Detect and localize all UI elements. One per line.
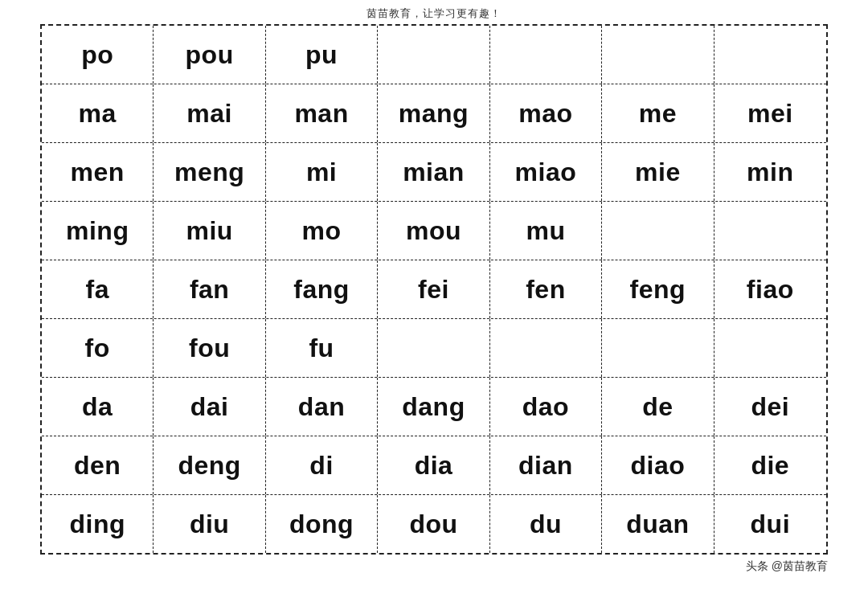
pinyin-syllable: mang xyxy=(399,99,469,129)
grid-cell: mie xyxy=(602,143,714,201)
pinyin-syllable: po xyxy=(81,40,113,70)
pinyin-syllable: mo xyxy=(302,216,342,246)
pinyin-syllable: mai xyxy=(186,99,232,129)
pinyin-syllable: ding xyxy=(69,510,125,539)
pinyin-syllable: mi xyxy=(306,158,337,187)
pinyin-syllable: duan xyxy=(626,510,689,539)
grid-cell xyxy=(602,319,714,377)
grid-cell: dong xyxy=(266,495,378,553)
pinyin-syllable: deng xyxy=(178,451,240,481)
grid-cell: dian xyxy=(490,436,602,494)
grid-cell: dui xyxy=(714,495,826,553)
pinyin-syllable: dian xyxy=(518,451,573,481)
grid-cell: di xyxy=(266,436,378,494)
grid-cell: fei xyxy=(378,260,489,318)
pinyin-syllable: du xyxy=(530,510,562,539)
pinyin-syllable: di xyxy=(309,451,333,481)
grid-cell: min xyxy=(714,143,826,201)
pinyin-syllable: man xyxy=(294,99,348,129)
grid-cell: feng xyxy=(602,260,714,318)
grid-cell: fang xyxy=(266,260,378,318)
grid-cell: deng xyxy=(154,436,265,494)
grid-cell: meng xyxy=(154,143,265,201)
table-row: menmengmimianmiaomiemin xyxy=(42,143,826,202)
pinyin-syllable: de xyxy=(642,392,673,422)
grid-cell: da xyxy=(42,378,154,436)
pinyin-syllable: dan xyxy=(298,392,345,422)
pinyin-syllable: dei xyxy=(751,392,789,422)
pinyin-syllable: meng xyxy=(174,158,244,187)
pinyin-table: popoupumamaimanmangmaomemeimenmengmimian… xyxy=(40,24,828,555)
pinyin-syllable: mu xyxy=(526,216,565,246)
pinyin-syllable: men xyxy=(71,158,125,187)
grid-cell: fo xyxy=(42,319,154,377)
pinyin-syllable: pou xyxy=(186,40,234,70)
pinyin-syllable: ming xyxy=(66,216,129,246)
grid-cell: mang xyxy=(378,84,489,142)
grid-cell: fiao xyxy=(714,260,826,318)
grid-cell: mai xyxy=(154,84,265,142)
grid-cell: dei xyxy=(714,378,826,436)
grid-cell: ma xyxy=(42,84,154,142)
pinyin-syllable: dong xyxy=(289,510,354,539)
pinyin-syllable: dui xyxy=(751,510,790,539)
table-row: popoupu xyxy=(42,26,826,84)
grid-cell: men xyxy=(42,143,154,201)
grid-cell: den xyxy=(42,436,154,494)
pinyin-syllable: die xyxy=(751,451,789,481)
pinyin-syllable: fei xyxy=(418,275,449,305)
table-row: fofoufu xyxy=(42,319,826,378)
grid-cell xyxy=(378,319,489,377)
grid-cell xyxy=(490,319,602,377)
grid-cell: fu xyxy=(266,319,378,377)
grid-cell: dao xyxy=(490,378,602,436)
pinyin-syllable: dang xyxy=(402,392,465,422)
grid-cell: mou xyxy=(378,202,489,260)
pinyin-syllable: me xyxy=(639,99,677,129)
grid-cell: mo xyxy=(266,202,378,260)
grid-cell: fa xyxy=(42,260,154,318)
pinyin-syllable: fa xyxy=(85,275,108,305)
pinyin-syllable: fu xyxy=(309,334,334,363)
table-row: dendengdidiadiandiaodie xyxy=(42,436,826,495)
pinyin-syllable: dai xyxy=(190,392,229,422)
grid-cell: ding xyxy=(42,495,154,553)
grid-cell: dan xyxy=(266,378,378,436)
grid-cell: man xyxy=(266,84,378,142)
grid-cell: duan xyxy=(602,495,714,553)
grid-cell: mian xyxy=(378,143,489,201)
header-title: 茵苗教育，让学习更有趣！ xyxy=(366,7,502,19)
pinyin-syllable: fo xyxy=(85,334,110,363)
grid-cell: dou xyxy=(378,495,489,553)
grid-cell: po xyxy=(42,26,154,84)
grid-cell: ming xyxy=(42,202,154,260)
pinyin-syllable: dia xyxy=(415,451,453,481)
grid-cell: pou xyxy=(154,26,265,84)
pinyin-syllable: fan xyxy=(190,275,230,305)
pinyin-syllable: dao xyxy=(522,392,569,422)
grid-cell: dang xyxy=(378,378,489,436)
pinyin-syllable: mao xyxy=(518,99,572,129)
pinyin-syllable: feng xyxy=(630,275,686,305)
pinyin-syllable: fang xyxy=(293,275,350,305)
table-row: dadaidandangdaodedei xyxy=(42,378,826,436)
pinyin-syllable: mian xyxy=(403,158,465,187)
grid-cell: miao xyxy=(490,143,602,201)
grid-cell: pu xyxy=(266,26,378,84)
grid-cell: die xyxy=(714,436,826,494)
pinyin-syllable: diu xyxy=(190,510,229,539)
pinyin-syllable: pu xyxy=(305,40,338,70)
grid-cell: me xyxy=(602,84,714,142)
grid-cell: diao xyxy=(602,436,714,494)
grid-cell xyxy=(714,319,826,377)
grid-cell: mao xyxy=(490,84,602,142)
grid-cell: miu xyxy=(154,202,265,260)
footer-text: 头条 @茵苗教育 xyxy=(746,559,828,572)
pinyin-syllable: diao xyxy=(630,451,685,481)
pinyin-syllable: ma xyxy=(79,99,117,129)
grid-cell: fou xyxy=(154,319,265,377)
grid-cell: dia xyxy=(378,436,489,494)
grid-cell: mei xyxy=(714,84,826,142)
pinyin-syllable: mie xyxy=(635,158,681,187)
grid-cell: de xyxy=(602,378,714,436)
